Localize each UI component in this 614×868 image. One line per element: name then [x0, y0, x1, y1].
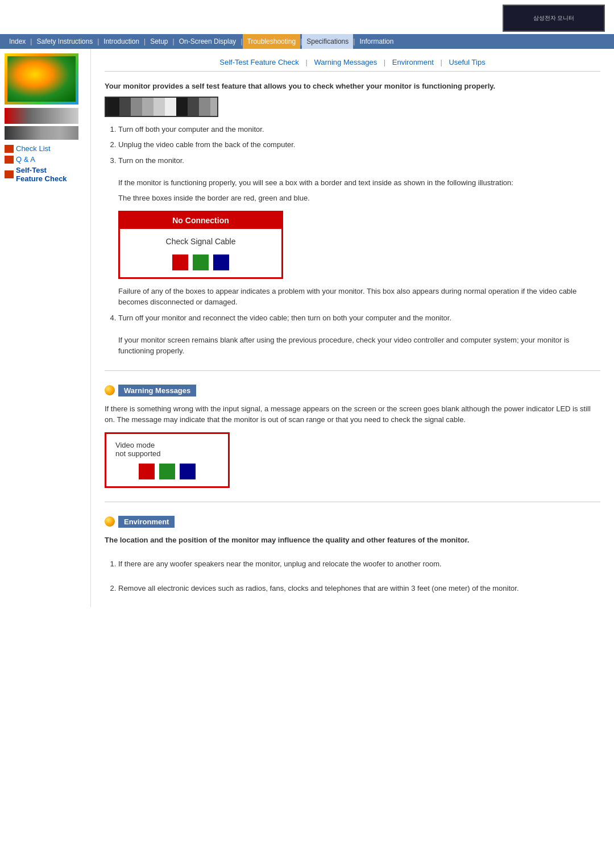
red-box	[172, 254, 188, 270]
subnav-warning[interactable]: Warning Messages	[309, 58, 381, 66]
divider-2	[105, 502, 600, 502]
top-logo-area: 삼성전자 모니터	[0, 0, 614, 34]
environment-ball-icon	[105, 516, 115, 527]
blue-box	[213, 254, 229, 270]
selftest-sample-image	[105, 97, 218, 117]
warning-ball-icon	[105, 385, 115, 395]
step-4: Turn off your monitor and reconnect the …	[118, 312, 600, 357]
no-connection-body: Check Signal Cable	[120, 229, 281, 277]
environment-item-1: If there are any woofer speakers near th…	[118, 558, 600, 570]
content-area: Self-Test Feature Check | Warning Messag…	[91, 49, 614, 607]
qa-icon	[5, 156, 14, 164]
selftest-icon	[5, 170, 14, 178]
no-connection-box: No Connection Check Signal Cable	[118, 211, 283, 279]
warning-messages-body: If there is something wrong with the inp…	[105, 403, 600, 425]
warning-messages-titlebar: Warning Messages	[105, 385, 600, 397]
subnav-sep-2: |	[381, 58, 388, 66]
step3-note2: The three boxes inside the border are re…	[118, 193, 600, 204]
subnav-sep-1: |	[304, 58, 310, 66]
flower-image-inner	[7, 56, 76, 102]
subnav-selftest[interactable]: Self-Test Feature Check	[215, 58, 303, 66]
environment-titlebar: Environment	[105, 516, 600, 528]
nav-intro[interactable]: Introduction	[99, 34, 144, 49]
check-signal-text: Check Signal Cable	[127, 236, 275, 248]
vm-blue-box	[180, 464, 196, 479]
vm-green-box	[159, 464, 175, 479]
environment-item-2: Remove all electronic devices such as ra…	[118, 583, 600, 594]
sidebar-link-qa[interactable]: Q & A	[5, 155, 86, 164]
nav-safety[interactable]: Safety Instructions	[32, 34, 97, 49]
step-1: Turn off both your computer and the moni…	[118, 124, 600, 135]
subnav-environment[interactable]: Environment	[388, 58, 438, 66]
selftest-steps-list: Turn off both your computer and the moni…	[105, 124, 600, 357]
failure-note: Failure of any of the boxes to appear in…	[118, 286, 600, 308]
environment-title: Environment	[118, 516, 175, 528]
sidebar-link-checklist[interactable]: Check List	[5, 144, 86, 153]
color-boxes	[127, 254, 275, 270]
sidebar: Check List Q & A Self-TestFeature Check	[0, 49, 91, 607]
nav-specifications[interactable]: Specifications	[302, 34, 353, 49]
video-mode-box: Video mode not supported	[105, 432, 230, 488]
nav-setup[interactable]: Setup	[146, 34, 172, 49]
nav-troubleshooting[interactable]: Troubleshooting	[243, 34, 301, 49]
video-mode-text: Video mode not supported	[115, 441, 219, 458]
main-layout: Check List Q & A Self-TestFeature Check …	[0, 49, 614, 607]
sub-navigation: Self-Test Feature Check | Warning Messag…	[105, 58, 600, 72]
selftest-intro: Your monitor provides a self test featur…	[105, 81, 600, 92]
navigation-bar: Index | Safety Instructions | Introducti…	[0, 34, 614, 49]
sidebar-banner-2	[5, 126, 78, 140]
sidebar-flower-image	[5, 53, 78, 105]
selftest-image-inner	[108, 98, 217, 116]
sidebar-banner-1	[5, 108, 78, 124]
green-box	[193, 254, 209, 270]
environment-items-list: If there are any woofer speakers near th…	[105, 558, 600, 594]
no-connection-header: No Connection	[120, 212, 281, 229]
nav-osd[interactable]: On-Screen Display	[175, 34, 241, 49]
warning-messages-title: Warning Messages	[118, 385, 196, 397]
step-3: Turn on the monitor. If the monitor is f…	[118, 155, 600, 308]
checklist-icon	[5, 145, 14, 153]
nav-index[interactable]: Index	[5, 34, 30, 49]
subnav-sep-3: |	[438, 58, 445, 66]
subnav-usefultips[interactable]: Useful Tips	[444, 58, 489, 66]
step4-note: If your monitor screen remains blank aft…	[118, 335, 600, 357]
brand-logo: 삼성전자 모니터	[503, 5, 605, 32]
divider-1	[105, 370, 600, 371]
video-mode-color-boxes	[115, 464, 219, 479]
vm-red-box	[139, 464, 155, 479]
sidebar-link-selftest[interactable]: Self-TestFeature Check	[5, 166, 86, 183]
nav-information[interactable]: Information	[355, 34, 398, 49]
step-2: Unplug the video cable from the back of …	[118, 139, 600, 151]
step3-note1: If the monitor is functioning properly, …	[118, 177, 600, 189]
environment-intro: The location and the position of the mon…	[105, 535, 600, 546]
